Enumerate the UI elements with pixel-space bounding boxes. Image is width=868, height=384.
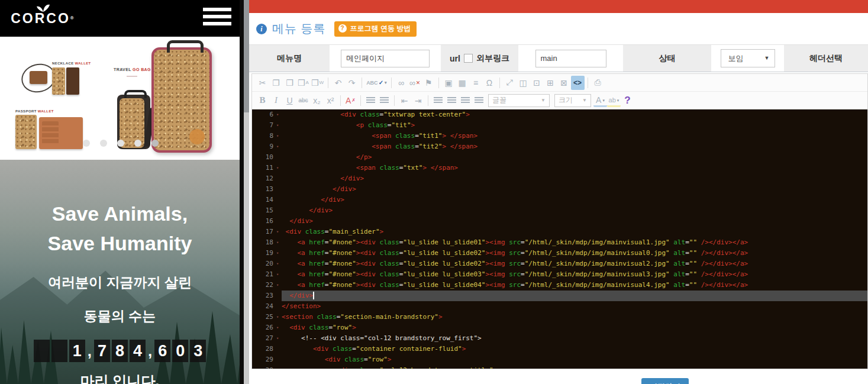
remove-tag-icon[interactable]: ⊠: [557, 76, 571, 90]
code-area[interactable]: 6▾<div class="txtwrap text-center">7▾<p …: [252, 109, 867, 369]
copy-icon[interactable]: ❐: [269, 76, 283, 90]
text-color-icon[interactable]: A▾: [593, 95, 607, 107]
code-text: <section class="section-main-brandstory"…: [282, 312, 867, 322]
code-line[interactable]: 27▾<!-- <div class="col-12 brandstory_ro…: [252, 333, 867, 344]
align-left-icon[interactable]: [431, 93, 445, 108]
save-button[interactable]: 저장하기: [641, 378, 689, 384]
slider-dot[interactable]: [100, 140, 107, 147]
outdent-icon[interactable]: ⇤: [398, 93, 411, 108]
travel-go-bag-image: [151, 47, 212, 153]
fold-toggle-icon[interactable]: ▾: [273, 131, 282, 141]
fold-toggle-icon[interactable]: ▾: [273, 322, 282, 333]
spellcheck-icon[interactable]: ABC✓▾: [365, 76, 388, 90]
maximize-icon[interactable]: ⤢: [503, 76, 517, 90]
remove-format-icon[interactable]: A✗: [344, 93, 357, 108]
align-justify-icon[interactable]: [472, 93, 486, 108]
code-line[interactable]: 26▾<div class="row">: [252, 322, 867, 333]
align-center-icon[interactable]: [445, 93, 459, 108]
code-line[interactable]: 13</div>: [252, 184, 867, 195]
bold-icon[interactable]: B: [256, 93, 269, 108]
superscript-icon[interactable]: x²: [324, 93, 337, 108]
cut-icon[interactable]: ✂: [256, 76, 269, 90]
code-line[interactable]: 12</div>: [252, 173, 867, 184]
code-line[interactable]: 29<div class="row">: [252, 354, 867, 365]
subscript-icon[interactable]: x₂: [310, 93, 324, 108]
redo-icon[interactable]: ↷: [345, 76, 359, 90]
fold-toggle-icon[interactable]: ▾: [273, 227, 282, 237]
slider-dot[interactable]: [134, 140, 141, 147]
code-line[interactable]: 10</p>: [252, 152, 867, 163]
code-line[interactable]: 17▾<div class="main_slider">: [252, 227, 867, 237]
italic-icon[interactable]: I: [269, 93, 283, 108]
external-link-checkbox[interactable]: [464, 54, 473, 63]
menu-name-input[interactable]: [341, 50, 430, 67]
corco-logo[interactable]: CORCO®: [11, 4, 76, 25]
bg-color-icon[interactable]: ab▾: [607, 95, 621, 107]
paste-text-icon[interactable]: ❒A: [296, 76, 310, 90]
fold-toggle-icon[interactable]: ▾: [273, 141, 282, 152]
code-line[interactable]: 19▾<a href="#none"><div class="lu_slide …: [252, 248, 867, 259]
undo-icon[interactable]: ↶: [331, 76, 345, 90]
font-combo[interactable]: 글꼴▼: [488, 94, 550, 107]
add-tag-icon[interactable]: ⊞: [544, 76, 557, 90]
select-all-icon[interactable]: ⊡: [530, 76, 544, 90]
code-line[interactable]: 20▾<a href="#none"><div class="lu_slide …: [252, 259, 867, 269]
bulleted-list-icon[interactable]: [377, 93, 391, 108]
code-line[interactable]: 8▾<span class="tit1"> </span>: [252, 131, 867, 141]
fold-toggle-icon[interactable]: ▾: [273, 163, 282, 173]
code-line[interactable]: 25▾<section class="section-main-brandsto…: [252, 312, 867, 322]
code-line[interactable]: 30<div class="col-12 brandstory_row_titl…: [252, 365, 867, 369]
code-line[interactable]: 22▾<a href="#none"><div class="lu_slide …: [252, 280, 867, 291]
slider-dot[interactable]: [151, 140, 159, 147]
code-line[interactable]: 21▾<a href="#none"><div class="lu_slide …: [252, 269, 867, 280]
about-icon[interactable]: ?: [621, 93, 634, 108]
code-line[interactable]: 28<div class="container container-fluid"…: [252, 344, 867, 354]
fold-toggle-icon[interactable]: ▾: [273, 269, 282, 280]
vertical-scrollbar[interactable]: [244, 0, 249, 384]
anchor-icon[interactable]: ⚑: [422, 76, 435, 90]
underline-icon[interactable]: U: [283, 93, 296, 108]
paste-icon[interactable]: ❒: [283, 76, 296, 90]
fold-toggle-icon[interactable]: ▾: [273, 259, 282, 269]
size-combo[interactable]: 크기▼: [554, 94, 591, 107]
unlink-icon[interactable]: ∞✕: [408, 76, 422, 90]
slider-dot[interactable]: [117, 140, 124, 147]
fold-toggle-icon[interactable]: ▾: [273, 312, 282, 322]
source-icon[interactable]: <>: [571, 76, 585, 90]
find-icon[interactable]: ◫: [517, 76, 530, 90]
fold-toggle-icon[interactable]: ▾: [273, 248, 282, 259]
fold-toggle-icon[interactable]: ▾: [273, 333, 282, 344]
numbered-list-icon[interactable]: [364, 93, 377, 108]
url-input[interactable]: [535, 50, 606, 67]
special-char-icon[interactable]: Ω: [483, 76, 496, 90]
table-icon[interactable]: ▦: [456, 76, 469, 90]
product-slide[interactable]: NECKLACE WALLET PASSPORT WALLET TRAVEL G…: [0, 37, 240, 160]
print-icon[interactable]: ⎙: [591, 76, 605, 90]
horizontal-line-icon[interactable]: ≡: [469, 76, 483, 90]
code-line[interactable]: 9▾<span class="tit2"> </span>: [252, 141, 867, 152]
hamburger-menu-icon[interactable]: [203, 8, 231, 29]
code-line[interactable]: 15</div>: [252, 205, 867, 216]
status-select[interactable]: 보임 ▼: [721, 49, 775, 67]
fold-toggle-icon[interactable]: ▾: [273, 237, 282, 248]
slider-dot[interactable]: [83, 140, 90, 147]
code-line[interactable]: 24</section>: [252, 301, 867, 312]
align-right-icon[interactable]: [459, 93, 472, 108]
fold-toggle-icon[interactable]: ▾: [273, 280, 282, 291]
code-line[interactable]: 7▾<p class="tit">: [252, 120, 867, 131]
strikethrough-icon[interactable]: abc: [296, 93, 310, 108]
program-link-help-button[interactable]: ? 프로그램 연동 방법: [334, 21, 417, 37]
code-line[interactable]: 18▾<a href="#none"><div class="lu_slide …: [252, 237, 867, 248]
code-line[interactable]: 6▾<div class="txtwrap text-center">: [252, 109, 867, 120]
paste-word-icon[interactable]: ❒W: [310, 76, 325, 90]
code-line[interactable]: 11▾<span class="txt"> </span>: [252, 163, 867, 173]
indent-icon[interactable]: ⇥: [411, 93, 425, 108]
fold-toggle-icon[interactable]: ▾: [273, 120, 282, 131]
fold-toggle-icon[interactable]: ▾: [273, 109, 282, 120]
code-line[interactable]: 16</div>: [252, 216, 867, 227]
code-line[interactable]: 14</div>: [252, 195, 867, 205]
code-line[interactable]: 23</div>: [252, 291, 867, 301]
image-icon[interactable]: ▣: [442, 76, 456, 90]
scrollbar-thumb[interactable]: [244, 0, 249, 112]
link-icon[interactable]: ∞: [395, 76, 408, 90]
